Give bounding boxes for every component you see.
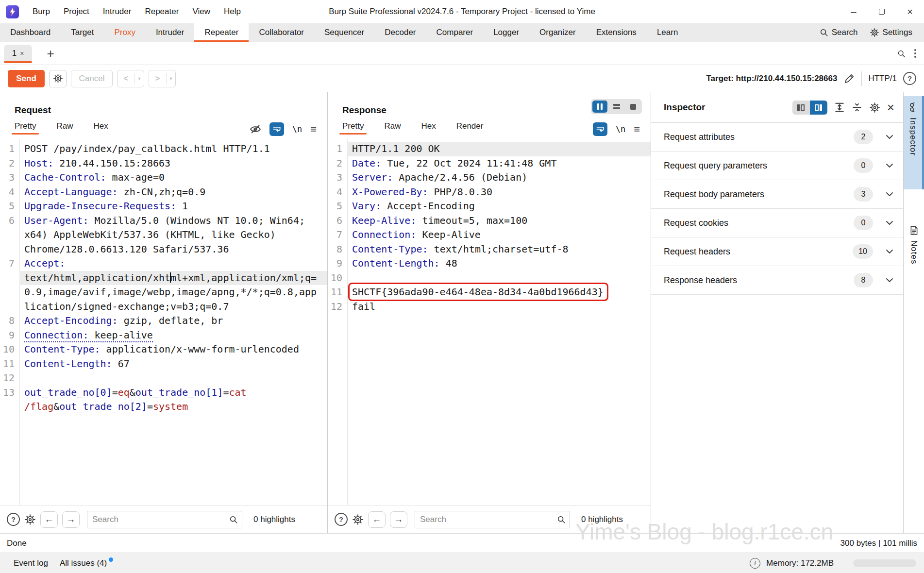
editor-line[interactable]: 3Server: Apache/2.4.56 (Debian) [328, 170, 651, 185]
editor-line[interactable]: 2Date: Tue, 22 Oct 2024 11:41:48 GMT [328, 156, 651, 171]
tab-repeater[interactable]: Repeater [194, 23, 249, 42]
editor-line[interactable]: 1POST /pay/index/pay_callback.html HTTP/… [0, 142, 327, 156]
search-button[interactable]: Search [815, 23, 863, 42]
tab-dashboard[interactable]: Dashboard [0, 23, 61, 42]
inspector-section-request-headers[interactable]: Request headers10 [651, 237, 903, 266]
editor-line[interactable]: 10Content-Type: application/x-www-form-u… [0, 342, 327, 357]
side-tab-notes[interactable]: Notes [904, 219, 924, 284]
editor-line[interactable]: x64) AppleWebKit/537.36 (KHTML, like Gec… [0, 228, 327, 242]
editor-line[interactable]: 0.9,image/avif,image/webp,image/apng,*/*… [0, 285, 327, 300]
cancel-button[interactable]: Cancel [71, 70, 113, 87]
editor-menu-icon[interactable]: ≡ [634, 124, 640, 135]
editor-line[interactable]: 8Accept-Encoding: gzip, deflate, br [0, 314, 327, 328]
all-issues-button[interactable]: All issues (4) [54, 558, 113, 568]
tab-learn[interactable]: Learn [647, 23, 688, 42]
back-history-button[interactable]: < ▼ [117, 70, 144, 87]
maximize-button[interactable] [868, 0, 896, 23]
expand-all-icon[interactable] [834, 102, 845, 113]
send-button[interactable]: Send [8, 70, 45, 87]
view-tab-raw[interactable]: Raw [56, 121, 73, 135]
request-search-input[interactable] [87, 511, 242, 528]
inspector-section-request-attributes[interactable]: Request attributes2 [651, 123, 903, 152]
side-tab-inspector[interactable]: Inspector [904, 96, 924, 189]
view-tab-render[interactable]: Render [456, 121, 484, 135]
rows-layout-button[interactable] [609, 101, 624, 113]
editor-line[interactable]: 6User-Agent: Mozilla/5.0 (Windows NT 10.… [0, 214, 327, 228]
editor-line[interactable]: 13out_trade_no[0]=eq&out_trade_no[1]=cat [0, 386, 327, 400]
editor-line[interactable]: 9Connection: keep-alive [0, 328, 327, 343]
view-tab-pretty[interactable]: Pretty [15, 121, 36, 135]
close-inspector-icon[interactable]: × [887, 101, 894, 114]
help-icon[interactable]: ? [903, 72, 916, 85]
next-match-button[interactable]: → [390, 511, 407, 528]
editor-line[interactable]: 12 [0, 371, 327, 386]
editor-line[interactable]: 6Keep-Alive: timeout=5, max=100 [328, 214, 651, 228]
hide-nonprintable-icon[interactable] [250, 123, 261, 135]
tab-organizer[interactable]: Organizer [529, 23, 586, 42]
tab-collaborator[interactable]: Collaborator [249, 23, 314, 42]
editor-line[interactable]: 9Content-Length: 48 [328, 256, 651, 271]
edit-pencil-icon[interactable] [843, 73, 855, 84]
response-search-input[interactable] [415, 511, 570, 528]
editor-line[interactable]: 7Connection: Keep-Alive [328, 228, 651, 242]
show-newlines-button[interactable]: \n [292, 124, 302, 134]
dock-left-button[interactable] [792, 101, 810, 115]
next-match-button[interactable]: → [62, 511, 80, 528]
request-editor[interactable]: 1POST /pay/index/pay_callback.html HTTP/… [0, 139, 327, 505]
editor-line[interactable]: 4X-Powered-By: PHP/8.0.30 [328, 185, 651, 200]
dock-right-button[interactable] [810, 101, 827, 115]
settings-button[interactable]: Settings [865, 23, 917, 42]
editor-line[interactable]: 5Vary: Accept-Encoding [328, 199, 651, 214]
menu-help[interactable]: Help [217, 0, 248, 23]
tab-intruder[interactable]: Intruder [146, 23, 195, 42]
event-log-button[interactable]: Event log [8, 558, 54, 568]
editor-line[interactable]: /flag&out_trade_no[2]=system [0, 400, 327, 414]
view-tab-hex[interactable]: Hex [421, 121, 436, 135]
close-tab-icon[interactable]: × [20, 50, 24, 57]
send-settings-button[interactable] [49, 70, 67, 87]
editor-line[interactable]: Chrome/128.0.6613.120 Safari/537.36 [0, 242, 327, 257]
editor-line[interactable]: 8Content-Type: text/html;charset=utf-8 [328, 242, 651, 257]
help-icon[interactable]: ? [335, 513, 348, 526]
menu-burp[interactable]: Burp [26, 0, 57, 23]
view-tab-pretty[interactable]: Pretty [342, 121, 364, 135]
tab-proxy[interactable]: Proxy [104, 23, 145, 42]
menu-project[interactable]: Project [57, 0, 96, 23]
tab-extensions[interactable]: Extensions [586, 23, 647, 42]
collapse-all-icon[interactable] [852, 102, 862, 113]
editor-line[interactable]: 2Host: 210.44.150.15:28663 [0, 156, 327, 171]
editor-line[interactable]: 3Cache-Control: max-age=0 [0, 170, 327, 185]
prev-match-button[interactable]: ← [40, 511, 58, 528]
menu-view[interactable]: View [185, 0, 217, 23]
gear-icon[interactable] [869, 102, 880, 113]
editor-line[interactable]: 12fail [328, 300, 651, 314]
tab-comparer[interactable]: Comparer [426, 23, 484, 42]
chevron-down-icon[interactable]: ▼ [167, 76, 175, 81]
tab-logger[interactable]: Logger [483, 23, 529, 42]
search-icon[interactable] [897, 50, 906, 58]
show-newlines-button[interactable]: \n [616, 124, 625, 134]
close-button[interactable]: × [896, 0, 924, 23]
editor-line[interactable]: 5Upgrade-Insecure-Requests: 1 [0, 199, 327, 214]
tab-target[interactable]: Target [61, 23, 104, 42]
editor-line[interactable]: 10 [328, 271, 651, 286]
editor-line[interactable]: 11SHCTF{396ada90-e464-48ea-8d34-4a0bd196… [328, 285, 651, 300]
gear-icon[interactable] [24, 514, 36, 525]
inspector-section-request-query-parameters[interactable]: Request query parameters0 [651, 152, 903, 180]
inspector-section-request-body-parameters[interactable]: Request body parameters3 [651, 180, 903, 209]
inspector-section-request-cookies[interactable]: Request cookies0 [651, 209, 903, 237]
more-options-icon[interactable] [914, 49, 916, 58]
editor-line[interactable]: 4Accept-Language: zh-CN,zh;q=0.9 [0, 185, 327, 200]
http-version[interactable]: HTTP/1 [868, 74, 897, 84]
view-tab-raw[interactable]: Raw [384, 121, 401, 135]
editor-line[interactable]: lication/signed-exchange;v=b3;q=0.7 [0, 300, 327, 314]
help-icon[interactable]: ? [7, 513, 20, 526]
editor-line[interactable]: 11Content-Length: 67 [0, 357, 327, 371]
prev-match-button[interactable]: ← [368, 511, 386, 528]
inspector-section-response-headers[interactable]: Response headers8 [651, 266, 903, 295]
menu-repeater[interactable]: Repeater [138, 0, 185, 23]
add-tab-button[interactable]: + [43, 46, 58, 61]
editor-line[interactable]: 1HTTP/1.1 200 OK [328, 142, 651, 156]
tab-decoder[interactable]: Decoder [374, 23, 426, 42]
columns-layout-button[interactable] [592, 101, 607, 113]
